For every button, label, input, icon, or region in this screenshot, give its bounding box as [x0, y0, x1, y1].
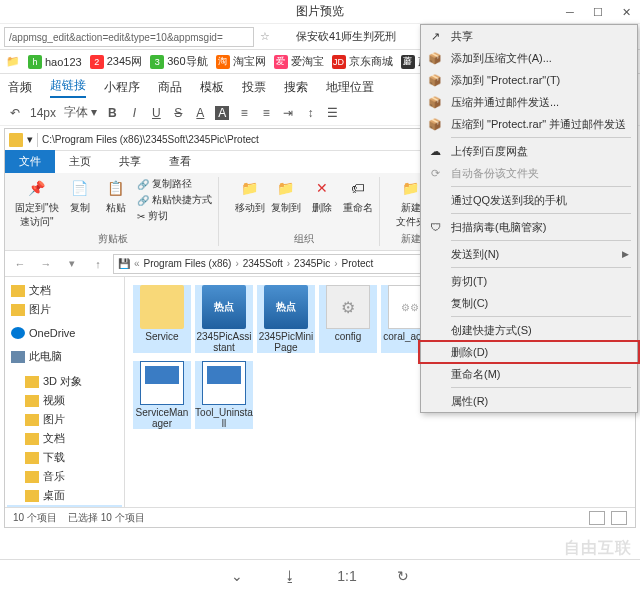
indent-button[interactable]: ⇥ [281, 106, 295, 120]
ctx-item-15[interactable]: 剪切(T) [421, 270, 637, 292]
align-center-button[interactable]: ≡ [259, 106, 273, 120]
font-size-select[interactable]: 14px [30, 106, 56, 120]
ctx-item-4[interactable]: 📦压缩到 "Protect.rar" 并通过邮件发送 [421, 113, 637, 135]
bookmark-aitaobao[interactable]: 爱爱淘宝 [274, 54, 324, 69]
copy-to-button[interactable]: 📁复制到 [271, 177, 301, 215]
menu-search[interactable]: 搜索 [284, 79, 308, 96]
ctx-item-6[interactable]: ☁上传到百度网盘 [421, 140, 637, 162]
menu-template[interactable]: 模板 [200, 79, 224, 96]
tab-file[interactable]: 文件 [5, 150, 55, 173]
bookmark-jd[interactable]: JD京东商城 [332, 54, 393, 69]
italic-button[interactable]: I [127, 106, 141, 120]
close-button[interactable]: ✕ [612, 0, 640, 24]
bookmark-2345[interactable]: 22345网 [90, 54, 142, 69]
nav-up-button[interactable]: ↑ [87, 254, 109, 274]
sidebar-item-11[interactable]: 系统 (C:) [7, 505, 122, 507]
list-button[interactable]: ☰ [325, 106, 339, 120]
nav-back-button[interactable]: ← [9, 254, 31, 274]
file-item-2345picassistant[interactable]: 热点2345PicAssistant [195, 285, 253, 353]
sidebar-item-3[interactable]: 此电脑 [7, 347, 122, 366]
highlight-button[interactable]: A [215, 106, 229, 120]
sidebar-item-5[interactable]: 视频 [7, 391, 122, 410]
url-input[interactable]: /appmsg_edit&action=edit&type=10&appmsgi… [4, 27, 254, 47]
bold-button[interactable]: B [105, 106, 119, 120]
rename-button[interactable]: 🏷重命名 [343, 177, 373, 215]
file-item-2345picminipage[interactable]: 热点2345PicMiniPage [257, 285, 315, 353]
download-button[interactable]: ⭳ [283, 568, 297, 584]
menu-audio[interactable]: 音频 [8, 79, 32, 96]
ctx-item-22[interactable]: 属性(R) [421, 390, 637, 412]
pin-quickaccess-button[interactable]: 📌 固定到"快 速访问" [15, 177, 59, 229]
file-item-servicemanager[interactable]: ServiceManager [133, 361, 191, 429]
actual-size-button[interactable]: 1:1 [337, 568, 356, 584]
file-name: Tool_Uninstall [195, 407, 253, 429]
browser-tab-title[interactable]: 保安砍41师生判死刑 [296, 29, 396, 44]
view-icons-button[interactable] [611, 511, 627, 525]
ctx-item-19[interactable]: 删除(D) [421, 341, 637, 363]
rotate-button[interactable]: ↻ [397, 568, 409, 584]
sidebar-item-7[interactable]: 文档 [7, 429, 122, 448]
move-to-button[interactable]: 📁移动到 [235, 177, 265, 215]
ctx-item-2[interactable]: 📦添加到 "Protect.rar"(T) [421, 69, 637, 91]
favorite-icon[interactable]: ☆ [260, 30, 270, 43]
font-color-button[interactable]: A [193, 106, 207, 120]
file-item-service[interactable]: Service [133, 285, 191, 353]
ctx-item-20[interactable]: 重命名(M) [421, 363, 637, 385]
underline-button[interactable]: U [149, 106, 163, 120]
bookmark-folder-icon[interactable]: 📁 [6, 55, 20, 68]
ctx-item-7[interactable]: ⟳自动备份该文件夹 [421, 162, 637, 184]
chevron-right-icon: ▶ [622, 249, 629, 259]
explorer-qat-down[interactable]: ▾ [27, 133, 33, 146]
sidebar-item-9[interactable]: 音乐 [7, 467, 122, 486]
nav-forward-button[interactable]: → [35, 254, 57, 274]
view-details-button[interactable] [589, 511, 605, 525]
menu-product[interactable]: 商品 [158, 79, 182, 96]
ctx-item-1[interactable]: 📦添加到压缩文件(A)... [421, 47, 637, 69]
minimize-button[interactable]: ─ [556, 0, 584, 24]
undo-button[interactable]: ↶ [8, 106, 22, 120]
menu-vote[interactable]: 投票 [242, 79, 266, 96]
file-name: Service [145, 331, 178, 342]
sidebar-item-0[interactable]: 文档 [7, 281, 122, 300]
tab-view[interactable]: 查看 [155, 150, 205, 173]
sidebar-item-2[interactable]: OneDrive [7, 325, 122, 341]
delete-button[interactable]: ✕删除 [307, 177, 337, 215]
font-family-select[interactable]: 字体 ▾ [64, 104, 97, 121]
copy-path-button[interactable]: 🔗 复制路径 [137, 177, 212, 191]
bookmark-hao123[interactable]: hhao123 [28, 55, 82, 69]
ctx-item-11[interactable]: 🛡扫描病毒(电脑管家) [421, 216, 637, 238]
tab-home[interactable]: 主页 [55, 150, 105, 173]
file-name: 2345PicMiniPage [257, 331, 315, 353]
prev-image-button[interactable]: ⌄ [231, 568, 243, 584]
ctx-item-18[interactable]: 创建快捷方式(S) [421, 319, 637, 341]
paste-button[interactable]: 📋 粘贴 [101, 177, 131, 215]
file-item-config[interactable]: config [319, 285, 377, 353]
ctx-item-9[interactable]: 通过QQ发送到我的手机 [421, 189, 637, 211]
copy-button[interactable]: 📄 复制 [65, 177, 95, 215]
align-left-button[interactable]: ≡ [237, 106, 251, 120]
line-height-button[interactable]: ↕ [303, 106, 317, 120]
strike-button[interactable]: S [171, 106, 185, 120]
sidebar-item-1[interactable]: 图片 [7, 300, 122, 319]
file-item-tool_uninstall[interactable]: Tool_Uninstall [195, 361, 253, 429]
ctx-item-13[interactable]: 发送到(N)▶ [421, 243, 637, 265]
sidebar-item-10[interactable]: 桌面 [7, 486, 122, 505]
sidebar-item-4[interactable]: 3D 对象 [7, 372, 122, 391]
paste-shortcut-button[interactable]: 🔗 粘贴快捷方式 [137, 193, 212, 207]
menu-location[interactable]: 地理位置 [326, 79, 374, 96]
bookmark-360[interactable]: 3360导航 [150, 54, 207, 69]
nav-history-button[interactable]: ▾ [61, 254, 83, 274]
ctx-item-16[interactable]: 复制(C) [421, 292, 637, 314]
ctx-item-3[interactable]: 📦压缩并通过邮件发送... [421, 91, 637, 113]
ctx-item-label: 发送到(N) [451, 247, 499, 262]
maximize-button[interactable]: ☐ [584, 0, 612, 24]
menu-miniprogram[interactable]: 小程序 [104, 79, 140, 96]
sidebar-item-8[interactable]: 下载 [7, 448, 122, 467]
ctx-item-0[interactable]: ↗共享 [421, 25, 637, 47]
sidebar-item-6[interactable]: 图片 [7, 410, 122, 429]
bookmark-taobao[interactable]: 淘淘宝网 [216, 54, 266, 69]
menu-hyperlink[interactable]: 超链接 [50, 77, 86, 98]
tab-share[interactable]: 共享 [105, 150, 155, 173]
exe-icon [202, 361, 246, 405]
cut-button[interactable]: ✂ 剪切 [137, 209, 212, 223]
